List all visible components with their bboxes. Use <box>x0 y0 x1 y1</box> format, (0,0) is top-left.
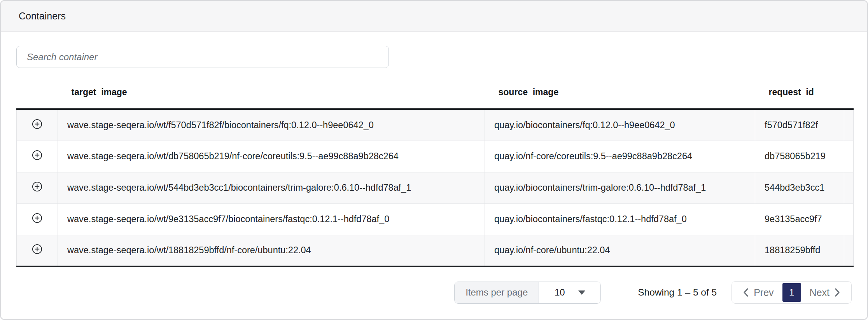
containers-table: target_image source_image request_id <box>16 77 854 267</box>
target-image-cell: wave.stage-seqera.io/wt/f570d571f82f/bio… <box>58 109 485 141</box>
request-id-cell: 18818259bffd <box>755 235 844 266</box>
request-id-cell: 544bd3eb3cc1 <box>755 172 844 203</box>
next-page-button[interactable]: Next <box>801 282 849 303</box>
source-image-cell: quay.io/nf-core/ubuntu:22.04 <box>485 235 755 266</box>
expand-cell <box>17 141 58 172</box>
spacer-cell <box>844 235 854 266</box>
source-image-cell: quay.io/biocontainers/fq:0.12.0--h9ee064… <box>485 109 755 141</box>
column-header-target-image: target_image <box>58 77 485 109</box>
containers-card: Containers target_image source_image req… <box>0 0 868 320</box>
expand-cell <box>17 172 58 203</box>
source-image-cell: quay.io/biocontainers/trim-galore:0.6.10… <box>485 172 755 203</box>
request-id-cell: f570d571f82f <box>755 109 844 141</box>
expand-cell <box>17 235 58 266</box>
plus-circle-icon <box>32 119 42 129</box>
column-header-source-image: source_image <box>485 77 755 109</box>
target-image-cell: wave.stage-seqera.io/wt/9e3135acc9f7/bio… <box>58 203 485 235</box>
items-per-page-select[interactable]: 10 <box>539 282 600 303</box>
request-id-cell: db758065b219 <box>755 141 844 172</box>
expand-row-button[interactable] <box>32 119 42 129</box>
table-row: wave.stage-seqera.io/wt/9e3135acc9f7/bio… <box>17 203 854 235</box>
page-1-button[interactable]: 1 <box>782 283 801 302</box>
target-image-cell: wave.stage-seqera.io/wt/db758065b219/nf-… <box>58 141 485 172</box>
target-image-cell: wave.stage-seqera.io/wt/18818259bffd/nf-… <box>58 235 485 266</box>
prev-page-button[interactable]: Prev <box>734 282 782 303</box>
card-body: target_image source_image request_id <box>1 32 867 304</box>
pagination: Prev 1 Next <box>732 281 852 304</box>
items-per-page-label: Items per page <box>455 282 539 303</box>
table-row: wave.stage-seqera.io/wt/544bd3eb3cc1/bio… <box>17 172 854 203</box>
next-label: Next <box>810 287 830 298</box>
column-header-expand <box>17 77 58 109</box>
expand-row-button[interactable] <box>32 181 42 192</box>
items-per-page-value: 10 <box>555 287 565 298</box>
column-header-request-id: request_id <box>755 77 844 109</box>
expand-cell <box>17 109 58 141</box>
card-header: Containers <box>1 1 867 32</box>
chevron-right-icon <box>834 287 841 298</box>
expand-row-button[interactable] <box>32 244 42 254</box>
table-header-row: target_image source_image request_id <box>17 77 854 109</box>
search-input[interactable] <box>16 46 389 68</box>
prev-label: Prev <box>754 287 774 298</box>
table-footer: Items per page 10 Showing 1 – 5 of 5 Pre… <box>16 281 852 304</box>
current-page-number: 1 <box>789 287 794 298</box>
spacer-cell <box>844 109 854 141</box>
page-title: Containers <box>19 10 66 22</box>
plus-circle-icon <box>32 150 42 160</box>
plus-circle-icon <box>32 244 42 254</box>
spacer-cell <box>844 203 854 235</box>
chevron-left-icon <box>742 287 749 298</box>
expand-row-button[interactable] <box>32 213 42 223</box>
table-row: wave.stage-seqera.io/wt/f570d571f82f/bio… <box>17 109 854 141</box>
plus-circle-icon <box>32 213 42 223</box>
target-image-cell: wave.stage-seqera.io/wt/544bd3eb3cc1/bio… <box>58 172 485 203</box>
column-header-spacer <box>844 77 854 109</box>
items-per-page-group: Items per page 10 <box>454 282 601 304</box>
source-image-cell: quay.io/nf-core/coreutils:9.5--ae99c88a9… <box>485 141 755 172</box>
plus-circle-icon <box>32 181 42 192</box>
spacer-cell <box>844 172 854 203</box>
expand-row-button[interactable] <box>32 150 42 160</box>
spacer-cell <box>844 141 854 172</box>
source-image-cell: quay.io/biocontainers/fastqc:0.12.1--hdf… <box>485 203 755 235</box>
showing-count-text: Showing 1 – 5 of 5 <box>638 287 717 298</box>
request-id-cell: 9e3135acc9f7 <box>755 203 844 235</box>
expand-cell <box>17 203 58 235</box>
caret-down-icon <box>578 290 585 295</box>
table-row: wave.stage-seqera.io/wt/18818259bffd/nf-… <box>17 235 854 266</box>
table-row: wave.stage-seqera.io/wt/db758065b219/nf-… <box>17 141 854 172</box>
